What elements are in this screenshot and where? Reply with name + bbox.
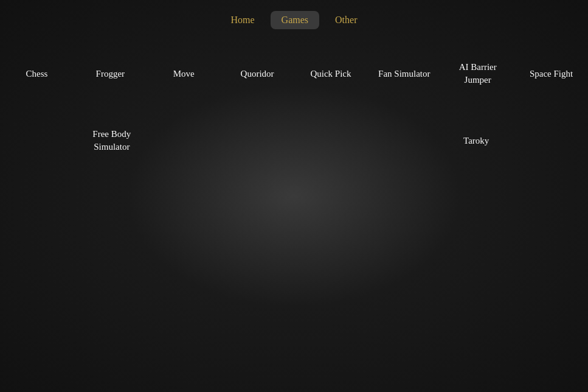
game-quick-pick[interactable]: Quick Pick [294, 40, 368, 107]
empty-cell-2 [153, 107, 224, 174]
game-free-body-simulator[interactable]: Free Body Simulator [71, 107, 153, 174]
game-ai-barrier-jumper[interactable]: AI Barrier Jumper [441, 40, 514, 107]
game-space-fight[interactable]: Space Fight [514, 40, 588, 107]
nav-other[interactable]: Other [324, 11, 368, 29]
game-fan-simulator[interactable]: Fan Simulator [367, 40, 441, 107]
empty-cell-6 [517, 107, 588, 174]
empty-cell-3 [224, 107, 294, 174]
main-nav: Home Games Other [0, 0, 588, 40]
empty-cell-5 [364, 107, 435, 174]
nav-home[interactable]: Home [220, 11, 266, 29]
empty-cell-4 [294, 107, 365, 174]
game-frogger[interactable]: Frogger [74, 40, 147, 107]
game-taroky[interactable]: Taroky [435, 107, 517, 174]
nav-games[interactable]: Games [271, 11, 319, 29]
empty-cell-1 [0, 107, 71, 174]
games-row-2: Free Body Simulator Taroky [0, 107, 588, 174]
game-quoridor[interactable]: Quoridor [221, 40, 294, 107]
game-move[interactable]: Move [147, 40, 221, 107]
games-row-1: Chess Frogger Move Quoridor Quick Pick F… [0, 40, 588, 107]
game-chess[interactable]: Chess [0, 40, 74, 107]
